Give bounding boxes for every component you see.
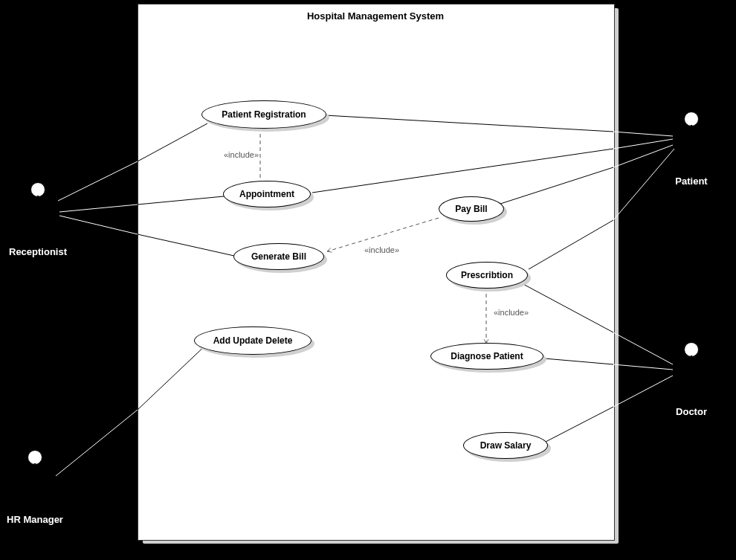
include-label-appointment: «include» (224, 150, 259, 159)
system-boundary (138, 4, 615, 541)
usecase-pay-bill[interactable]: Pay Bill (439, 196, 504, 222)
actor-label-receptionist: Receptionist (9, 246, 67, 257)
usecase-prescription[interactable]: Prescribtion (446, 262, 528, 289)
actor-receptionist[interactable]: Receptionist (12, 182, 64, 279)
diagram-canvas: Hospital Management System (0, 0, 736, 560)
actor-label-doctor: Doctor (676, 406, 707, 417)
system-title: Hospital Management System (138, 10, 613, 22)
actor-label-hr-manager: HR Manager (7, 514, 63, 525)
usecase-add-update-delete[interactable]: Add Update Delete (194, 326, 311, 355)
actor-label-patient: Patient (675, 176, 707, 187)
actor-patient[interactable]: Patient (665, 112, 717, 208)
include-label-paybill: «include» (364, 245, 399, 254)
usecase-patient-registration[interactable]: Patient Registration (201, 100, 326, 129)
usecase-diagnose-patient[interactable]: Diagnose Patient (430, 343, 543, 370)
usecase-appointment[interactable]: Appointment (223, 181, 311, 207)
actor-hr-manager[interactable]: HR Manager (9, 450, 61, 547)
usecase-generate-bill[interactable]: Generate Bill (233, 243, 324, 270)
actor-doctor[interactable]: Doctor (665, 342, 717, 439)
usecase-draw-salary[interactable]: Draw Salary (463, 432, 548, 459)
include-label-prescription: «include» (494, 308, 529, 317)
